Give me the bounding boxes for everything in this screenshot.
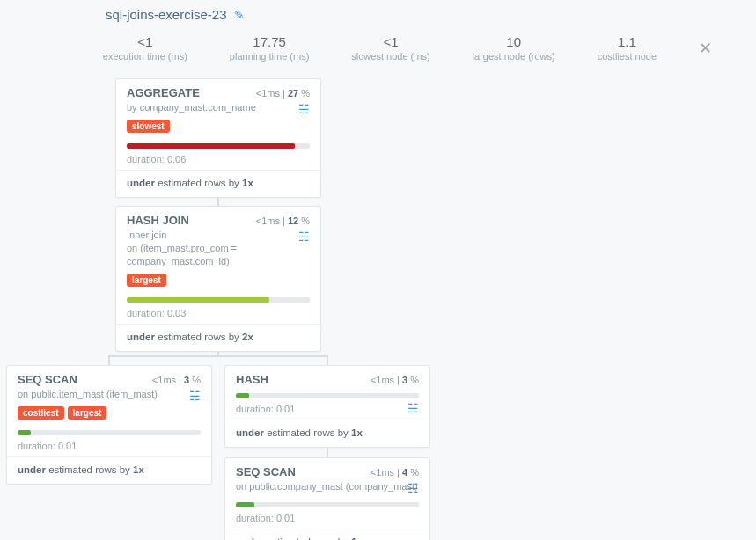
connector [108, 355, 328, 357]
node-sub-value: public.company_mast (company_mast) [249, 481, 417, 492]
stat-value: 1.1 [598, 34, 657, 49]
node-meta: <1ms | 3 % [152, 375, 201, 385]
estimate-row: under estimated rows by 1x [7, 457, 211, 484]
database-icon[interactable]: ☵ [189, 388, 201, 405]
stat-costliest: 1.1 costliest node [598, 34, 657, 62]
estimate-row: under estimated rows by 1x [225, 420, 429, 447]
tag-largest: largest [127, 274, 166, 287]
duration-bar [236, 502, 419, 507]
close-icon[interactable]: ✕ [699, 39, 712, 58]
duration-value: 0.01 [58, 441, 77, 451]
duration-bar [127, 297, 310, 303]
node-sub-prefix: by [127, 102, 140, 113]
duration-bar [18, 430, 201, 435]
node-meta: <1ms | 4 % [371, 467, 419, 478]
duration-label: duration: [236, 404, 276, 414]
plan-node-seqscan-item[interactable]: SEQ SCAN <1ms | 3 % on public.item_mast … [6, 365, 212, 485]
node-sub-prefix: on [236, 481, 249, 492]
database-icon[interactable]: ☵ [407, 400, 419, 417]
duration-label: duration: [236, 513, 276, 523]
stat-value: <1 [103, 34, 187, 49]
stat-slowest: <1 slowest node (ms) [351, 34, 429, 62]
node-sub-prefix: on [18, 389, 31, 399]
stat-label: costliest node [598, 51, 657, 62]
node-sub: on (item_mast.pro_com = company_mast.com… [127, 243, 237, 266]
plan-node-hash[interactable]: HASH <1ms | 3 % ☵ duration: 0.01 under e… [224, 365, 430, 448]
stat-label: largest node (rows) [473, 51, 555, 62]
stat-value: 10 [473, 34, 555, 49]
duration-label: duration: [18, 441, 58, 451]
tag-costliest: costliest [18, 406, 64, 420]
tag-slowest: slowest [127, 120, 170, 133]
duration-value: 0.01 [276, 404, 295, 414]
stat-value: 17.75 [230, 34, 309, 49]
duration-bar [127, 143, 310, 149]
stat-plan-time: 17.75 planning time (ms) [230, 34, 309, 62]
edit-icon[interactable]: ✎ [234, 8, 245, 22]
stat-label: execution time (ms) [103, 51, 187, 62]
estimate-row: under estimated rows by 1x [116, 171, 320, 197]
node-meta: <1ms | 3 % [371, 375, 419, 385]
stats-bar: <1 execution time (ms) 17.75 planning ti… [0, 31, 756, 76]
node-meta: <1ms | 27 % [256, 88, 310, 99]
stat-label: planning time (ms) [230, 51, 309, 62]
duration-value: 0.03 [167, 308, 186, 318]
duration-value: 0.01 [276, 513, 295, 523]
database-icon[interactable]: ☵ [298, 101, 310, 118]
tag-largest: largest [68, 406, 107, 420]
node-title: HASH [236, 373, 268, 386]
connector [327, 446, 328, 458]
stat-label: slowest node (ms) [351, 51, 429, 62]
duration-value: 0.06 [167, 154, 186, 164]
node-title: SEQ SCAN [18, 373, 77, 386]
node-title: AGGREGATE [127, 86, 200, 99]
duration-bar [236, 393, 419, 398]
node-title: HASH JOIN [127, 214, 189, 227]
stat-value: <1 [351, 34, 429, 49]
node-sub-value: company_mast.com_name [140, 102, 256, 113]
plan-title: sql-joins-exercise-23 [106, 7, 227, 22]
stat-largest: 10 largest node (rows) [473, 34, 555, 62]
stat-exec-time: <1 execution time (ms) [103, 34, 187, 62]
plan-node-seqscan-company[interactable]: SEQ SCAN <1ms | 4 % on public.company_ma… [224, 457, 430, 540]
node-sub: Inner join [127, 230, 166, 240]
estimate-row: under estimated rows by 2x [116, 325, 320, 351]
node-meta: <1ms | 12 % [256, 215, 310, 226]
database-icon[interactable]: ☵ [298, 229, 310, 245]
duration-label: duration: [127, 154, 167, 164]
database-icon[interactable]: ☵ [407, 480, 419, 497]
plan-node-hashjoin[interactable]: HASH JOIN <1ms | 12 % Inner join on (ite… [115, 206, 321, 352]
duration-label: duration: [127, 308, 167, 318]
plan-node-aggregate[interactable]: AGGREGATE <1ms | 27 % by company_mast.co… [115, 78, 321, 198]
node-sub-value: public.item_mast (item_mast) [31, 389, 158, 399]
estimate-row: under estimated rows by 1x [225, 529, 429, 540]
node-title: SEQ SCAN [236, 465, 296, 478]
plan-tree: AGGREGATE <1ms | 27 % by company_mast.co… [0, 76, 756, 540]
